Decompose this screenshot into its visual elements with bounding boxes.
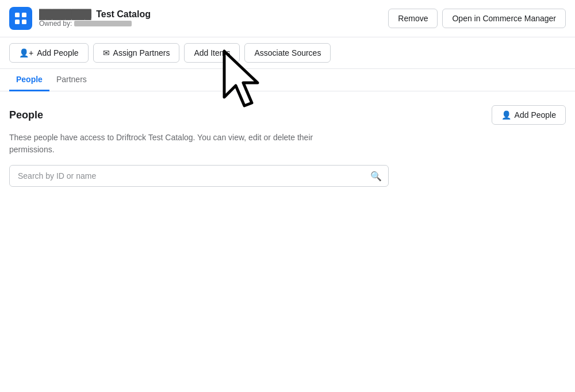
svg-rect-0: [15, 13, 20, 17]
add-people-toolbar-button[interactable]: 👤+ Add People: [9, 43, 89, 63]
section-description: These people have access to Driftrock Te…: [9, 132, 354, 156]
header: ████████ Test Catalog Owned by: Remove O…: [0, 0, 575, 37]
open-commerce-manager-button[interactable]: Open in Commerce Manager: [442, 9, 566, 28]
tabs: People Partners: [0, 69, 575, 91]
associate-sources-button[interactable]: Associate Sources: [244, 43, 331, 63]
add-people-section-label: Add People: [515, 110, 556, 120]
tab-people[interactable]: People: [9, 69, 49, 91]
search-icon: 🔍: [370, 171, 382, 182]
app-grid-icon[interactable]: [9, 7, 32, 30]
remove-button[interactable]: Remove: [388, 9, 438, 28]
catalog-title-redacted: ████████: [39, 9, 91, 19]
owner-name-redacted: [74, 21, 132, 26]
catalog-title-name: Test Catalog: [96, 9, 151, 19]
add-people-label: Add People: [37, 48, 78, 57]
header-left: ████████ Test Catalog Owned by:: [9, 7, 151, 30]
envelope-icon: ✉: [103, 48, 110, 57]
search-container: 🔍: [9, 165, 389, 187]
tab-partners[interactable]: Partners: [49, 69, 94, 91]
assign-partners-label: Assign Partners: [113, 48, 170, 57]
add-items-button[interactable]: Add Items: [184, 43, 240, 63]
owned-by-label: Owned by:: [39, 20, 72, 28]
search-input[interactable]: [9, 165, 389, 187]
toolbar: 👤+ Add People ✉ Assign Partners Add Item…: [0, 37, 575, 69]
catalog-owner: Owned by:: [39, 20, 151, 28]
person-add-section-icon: 👤: [501, 110, 511, 120]
person-add-icon: 👤+: [19, 48, 33, 57]
add-people-section-button[interactable]: 👤 Add People: [492, 105, 566, 125]
catalog-info: ████████ Test Catalog Owned by:: [39, 9, 151, 28]
svg-rect-1: [22, 13, 26, 17]
section-header: People 👤 Add People: [9, 105, 566, 125]
svg-rect-2: [15, 20, 20, 24]
content-area: People 👤 Add People These people have ac…: [0, 91, 575, 201]
svg-rect-3: [22, 20, 26, 24]
associate-sources-label: Associate Sources: [254, 48, 321, 57]
assign-partners-button[interactable]: ✉ Assign Partners: [93, 43, 180, 63]
catalog-title: ████████ Test Catalog: [39, 9, 151, 20]
header-right: Remove Open in Commerce Manager: [388, 9, 566, 28]
add-items-label: Add Items: [194, 48, 230, 57]
section-title: People: [9, 109, 43, 121]
